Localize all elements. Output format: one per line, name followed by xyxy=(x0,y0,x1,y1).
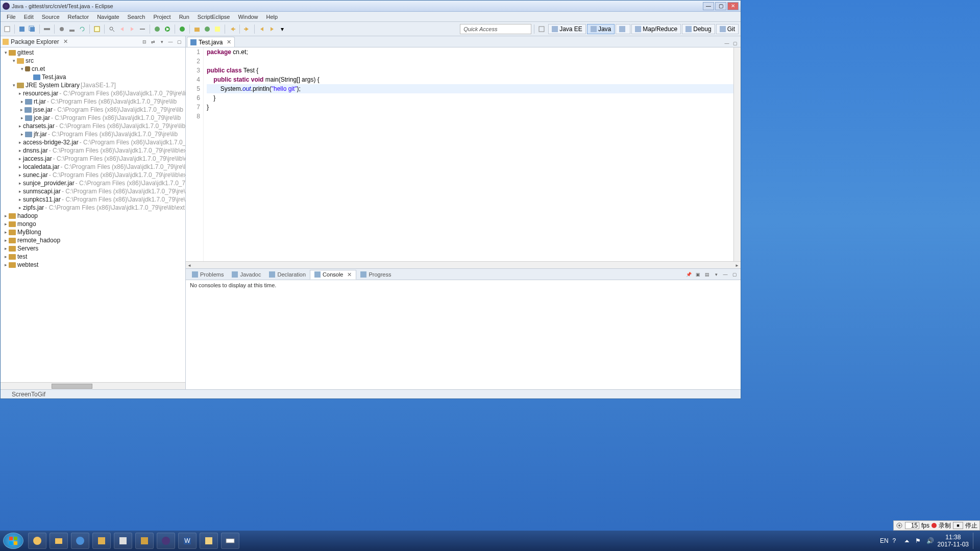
perspective-java[interactable]: Java xyxy=(587,24,615,34)
taskbar-item-eclipse[interactable] xyxy=(157,533,175,549)
tree-node-dnsns-jar[interactable]: ▸dnsns.jar - C:\Program Files (x86)\Java… xyxy=(1,146,185,155)
menu-navigate[interactable]: Navigate xyxy=(93,13,123,21)
tree-node-remote_hadoop[interactable]: ▸remote_hadoop xyxy=(1,236,185,244)
tree-node-mongo[interactable]: ▸mongo xyxy=(1,220,185,228)
build-icon[interactable] xyxy=(67,24,77,34)
search-icon[interactable] xyxy=(107,24,116,34)
taskbar-item-word[interactable]: W xyxy=(178,533,197,549)
expand-icon[interactable]: ▸ xyxy=(19,156,21,161)
refresh-icon[interactable] xyxy=(78,24,87,34)
gear-icon[interactable] xyxy=(896,522,903,529)
tree-node-rt-jar[interactable]: ▸rt.jar - C:\Program Files (x86)\Java\jd… xyxy=(1,97,185,106)
tree-node-jaccess-jar[interactable]: ▸jaccess.jar - C:\Program Files (x86)\Ja… xyxy=(1,155,185,163)
taskbar-item-explorer[interactable] xyxy=(50,533,68,549)
view-menu2-icon[interactable]: ▾ xyxy=(712,271,720,278)
maximize-view-icon[interactable]: ▢ xyxy=(175,38,183,46)
save-all-icon[interactable] xyxy=(28,24,37,34)
annotate-prev-icon[interactable] xyxy=(117,24,127,34)
expand-icon[interactable]: ▸ xyxy=(3,230,9,235)
lang-indicator[interactable]: EN xyxy=(880,537,889,544)
tree-node-test-java[interactable]: Test.java xyxy=(1,73,185,81)
tree-node-test[interactable]: ▸test xyxy=(1,253,185,261)
tray-clock[interactable]: 11:38 2017-11-03 xyxy=(938,534,969,548)
expand-icon[interactable]: ▸ xyxy=(19,91,21,96)
expand-icon[interactable]: ▸ xyxy=(3,246,9,251)
tab-console[interactable]: Console✕ xyxy=(310,270,356,280)
taskbar-item-5[interactable] xyxy=(114,533,132,549)
skip-breakpoints-icon[interactable] xyxy=(57,24,66,34)
tree-node-sunjce_provider-jar[interactable]: ▸sunjce_provider.jar - C:\Program Files … xyxy=(1,179,185,187)
run-icon[interactable] xyxy=(163,24,172,34)
start-button[interactable] xyxy=(3,533,23,549)
editor-vscrollbar[interactable] xyxy=(733,47,741,261)
editor-hscrollbar[interactable]: ◄► xyxy=(186,261,741,268)
perspective-java ee[interactable]: Java EE xyxy=(548,24,586,34)
screen-recorder-widget[interactable]: fps 录制 ■ 停止 xyxy=(893,520,980,531)
tab-problems[interactable]: Problems xyxy=(188,270,228,279)
perspective-mapreduce[interactable]: Map/Reduce xyxy=(631,24,681,34)
expand-icon[interactable]: ▸ xyxy=(19,115,25,120)
back-icon[interactable] xyxy=(257,24,266,34)
expand-icon[interactable]: ▾ xyxy=(11,58,17,63)
tree-node-sunec-jar[interactable]: ▸sunec.jar - C:\Program Files (x86)\Java… xyxy=(1,171,185,179)
tab-declaration[interactable]: Declaration xyxy=(265,270,310,279)
taskbar-item-4[interactable] xyxy=(92,533,111,549)
tree-node-myblong[interactable]: ▸MyBlong xyxy=(1,228,185,236)
menu-project[interactable]: Project xyxy=(149,13,175,21)
nav-back-icon[interactable] xyxy=(228,24,237,34)
expand-icon[interactable]: ▸ xyxy=(19,140,21,145)
record-icon[interactable] xyxy=(932,523,937,528)
help-tray-icon[interactable]: ? xyxy=(893,537,900,544)
close-tab-icon[interactable]: ✕ xyxy=(347,271,352,278)
expand-icon[interactable]: ▸ xyxy=(3,213,9,218)
expand-icon[interactable]: ▸ xyxy=(3,254,9,259)
new-icon[interactable] xyxy=(3,24,12,34)
tree-node-servers[interactable]: ▸Servers xyxy=(1,244,185,253)
tree-node-access-bridge-32-jar[interactable]: ▸access-bridge-32.jar - C:\Program Files… xyxy=(1,138,185,146)
tree-node-gittest[interactable]: ▾gittest xyxy=(1,48,185,57)
open-perspective-icon[interactable] xyxy=(537,24,546,34)
menu-edit[interactable]: Edit xyxy=(20,13,38,21)
collapse-all-icon[interactable]: ⊟ xyxy=(140,38,149,46)
close-button[interactable]: ✕ xyxy=(727,2,739,10)
expand-icon[interactable]: ▸ xyxy=(19,132,25,137)
editor-minimize-icon[interactable]: — xyxy=(723,40,730,47)
tree-node-jre-system-library[interactable]: ▾JRE System Library [JavaSE-1.7] xyxy=(1,81,185,89)
taskbar-item-paint[interactable] xyxy=(200,533,218,549)
expand-icon[interactable]: ▸ xyxy=(3,238,9,243)
menu-scripteclipse[interactable]: ScriptEclipse xyxy=(193,13,234,21)
maximize-bottom-icon[interactable]: ▢ xyxy=(730,271,739,278)
stop-button[interactable]: ■ xyxy=(953,522,963,529)
new-package-icon[interactable] xyxy=(192,24,202,34)
expand-icon[interactable]: ▸ xyxy=(19,107,24,112)
forward-icon[interactable] xyxy=(267,24,277,34)
project-tree[interactable]: ▾gittest▾src▾cn.etTest.java▾JRE System L… xyxy=(1,47,185,382)
perspective-mapreduce[interactable] xyxy=(616,24,630,34)
expand-icon[interactable]: ▸ xyxy=(19,99,25,104)
tree-node-jfr-jar[interactable]: ▸jfr.jar - C:\Program Files (x86)\Java\j… xyxy=(1,130,185,138)
expand-icon[interactable]: ▸ xyxy=(19,181,21,186)
code-editor[interactable]: 12345678 package cn.et;public class Test… xyxy=(186,47,741,261)
tab-progress[interactable]: Progress xyxy=(356,270,395,279)
dropdown-icon[interactable]: ▾ xyxy=(278,24,287,34)
pin-console-icon[interactable]: 📌 xyxy=(684,271,693,278)
view-menu-icon[interactable]: ▾ xyxy=(158,38,166,46)
save-icon[interactable] xyxy=(17,24,27,34)
link-editor-icon[interactable]: ⇄ xyxy=(149,38,157,46)
tab-javadoc[interactable]: Javadoc xyxy=(228,270,265,279)
editor-maximize-icon[interactable]: ▢ xyxy=(731,40,739,47)
expand-icon[interactable]: ▸ xyxy=(19,189,21,194)
expand-icon[interactable]: ▸ xyxy=(19,205,21,210)
minimize-bottom-icon[interactable]: — xyxy=(721,271,729,278)
editor-tab-test[interactable]: Test.java ✕ xyxy=(187,37,235,47)
record-label[interactable]: 录制 xyxy=(939,521,951,530)
tree-node-zipfs-jar[interactable]: ▸zipfs.jar - C:\Program Files (x86)\Java… xyxy=(1,204,185,212)
minimize-button[interactable]: — xyxy=(703,2,714,10)
expand-icon[interactable]: ▸ xyxy=(19,197,21,202)
menu-run[interactable]: Run xyxy=(175,13,193,21)
open-console-icon[interactable]: ▤ xyxy=(703,271,711,278)
perspective-git[interactable]: Git xyxy=(716,24,739,34)
close-view-icon[interactable]: ✕ xyxy=(63,38,68,45)
network-tray-icon[interactable]: ⏶ xyxy=(904,537,911,544)
tree-node-jce-jar[interactable]: ▸jce.jar - C:\Program Files (x86)\Java\j… xyxy=(1,114,185,122)
